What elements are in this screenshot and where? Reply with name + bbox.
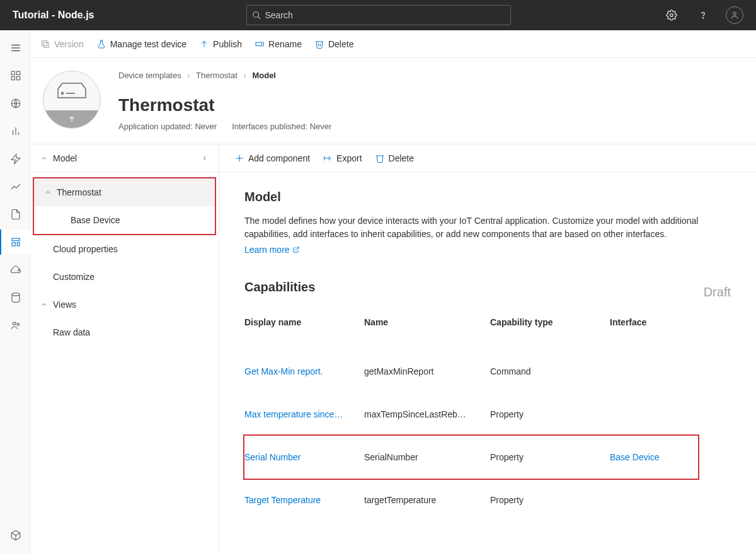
capability-interface[interactable] xyxy=(610,409,698,419)
learn-more-link[interactable]: Learn more xyxy=(244,245,300,255)
capability-type: Property xyxy=(490,495,610,505)
bar-chart-icon xyxy=(10,125,21,137)
table-row-highlighted[interactable]: Serial Number SerialNumber Property Base… xyxy=(244,436,698,479)
tree-cloud-properties-label: Cloud properties xyxy=(53,244,118,254)
capability-display-link[interactable]: Get Max-Min report. xyxy=(244,366,364,376)
svg-line-1 xyxy=(258,17,261,20)
sidebar-item-administration[interactable] xyxy=(0,285,30,310)
capability-type: Property xyxy=(490,452,610,462)
sidebar-item-data-export[interactable] xyxy=(0,257,30,282)
tree-item-cloud-properties[interactable]: Cloud properties xyxy=(30,235,219,263)
app-updated-status: Application updated: Never xyxy=(118,122,217,131)
sidebar-item-devices[interactable] xyxy=(0,91,30,116)
add-component-button[interactable]: Add component xyxy=(234,153,310,163)
sidebar-item-settings[interactable] xyxy=(0,523,30,548)
table-row[interactable]: Get Max-Min report. getMaxMinReport Comm… xyxy=(244,350,698,393)
search-placeholder: Search xyxy=(265,10,292,20)
tree-customize-label: Customize xyxy=(53,272,94,282)
col-capability-type: Capability type xyxy=(490,317,610,327)
sidebar-item-device-groups[interactable] xyxy=(0,119,30,144)
delete-model-button[interactable]: Delete xyxy=(375,153,414,163)
sidebar-item-users[interactable] xyxy=(0,313,30,338)
tree-header[interactable]: Model xyxy=(30,144,219,172)
svg-rect-24 xyxy=(42,40,47,45)
chevron-up-icon xyxy=(40,154,48,162)
avatar xyxy=(726,6,743,24)
tree-item-views[interactable]: Views xyxy=(30,291,219,318)
svg-point-21 xyxy=(13,322,16,325)
external-link-icon xyxy=(292,246,300,253)
database-icon xyxy=(10,292,21,303)
table-row[interactable]: Target Temperature targetTemperature Pro… xyxy=(244,479,698,521)
chevron-up-icon xyxy=(40,301,48,308)
publish-button[interactable]: Publish xyxy=(199,39,242,49)
version-button[interactable]: Version xyxy=(40,39,84,49)
page-header: Device templates › Thermostat › Model Th… xyxy=(30,58,756,144)
flask-icon xyxy=(96,39,106,49)
account-button[interactable] xyxy=(724,5,745,25)
tree-item-thermostat[interactable]: Thermostat xyxy=(34,178,215,206)
tree-item-raw-data[interactable]: Raw data xyxy=(30,318,219,346)
sidebar-item-templates[interactable] xyxy=(0,230,30,255)
upload-icon xyxy=(199,39,209,49)
capability-interface[interactable]: Base Device xyxy=(610,452,698,462)
status-badge: Draft xyxy=(704,285,731,300)
tree-raw-data-label: Raw data xyxy=(53,327,90,337)
capability-display-link[interactable]: Target Temperature xyxy=(244,495,364,505)
svg-point-22 xyxy=(16,323,19,326)
breadcrumb-thermostat[interactable]: Thermostat xyxy=(196,71,238,80)
export-button[interactable]: Export xyxy=(323,153,362,163)
users-icon xyxy=(10,320,21,331)
svg-rect-18 xyxy=(12,243,15,246)
tree-views-label: Views xyxy=(53,300,76,310)
sidebar-item-jobs[interactable] xyxy=(0,202,30,227)
svg-point-4 xyxy=(733,12,736,15)
rename-icon xyxy=(255,39,265,49)
capability-display-link[interactable]: Serial Number xyxy=(244,452,364,462)
trash-icon xyxy=(375,153,385,163)
lightning-icon xyxy=(10,153,21,165)
plus-icon xyxy=(234,153,244,163)
svg-rect-9 xyxy=(16,71,20,74)
tree-thermostat-label: Thermostat xyxy=(57,187,101,197)
search-icon xyxy=(252,11,261,20)
search-input[interactable]: Search xyxy=(246,5,511,25)
svg-rect-17 xyxy=(12,238,20,241)
cube-icon xyxy=(10,530,21,541)
dashboard-icon xyxy=(10,70,21,81)
content-pane: Add component Export Delete Model xyxy=(219,144,756,553)
rename-button[interactable]: Rename xyxy=(255,39,302,49)
delete-button[interactable]: Delete xyxy=(314,39,353,49)
help-button[interactable] xyxy=(693,5,713,25)
sidebar-item-rules[interactable] xyxy=(0,146,30,172)
page-title: Thermostat xyxy=(118,95,331,115)
capabilities-heading: Capabilities xyxy=(244,280,315,294)
capability-interface[interactable] xyxy=(610,495,698,505)
sidebar-item-analytics[interactable] xyxy=(0,174,30,199)
table-header: Display name Name Capability type Interf… xyxy=(244,317,698,327)
hamburger-button[interactable] xyxy=(0,35,30,61)
tree-item-customize[interactable]: Customize xyxy=(30,263,219,291)
command-bar: Version Manage test device Publish Renam… xyxy=(30,30,756,58)
capability-type: Property xyxy=(490,409,610,419)
svg-rect-19 xyxy=(17,243,20,246)
capability-interface[interactable] xyxy=(610,366,698,376)
hardware-icon xyxy=(56,81,88,100)
svg-rect-8 xyxy=(11,71,14,74)
tree-item-base-device[interactable]: Base Device xyxy=(34,206,215,234)
capability-name: SerialNumber xyxy=(364,452,490,462)
trash-icon xyxy=(314,39,324,49)
svg-point-20 xyxy=(12,293,20,296)
capability-type: Command xyxy=(490,366,610,376)
capability-display-link[interactable]: Max temperature since… xyxy=(244,409,364,419)
settings-button[interactable] xyxy=(662,5,682,25)
tree-base-device-label: Base Device xyxy=(71,215,120,225)
line-chart-icon xyxy=(10,181,21,192)
table-row[interactable]: Max temperature since… maxTempSinceLastR… xyxy=(244,393,698,436)
document-icon xyxy=(10,209,21,220)
sidebar-item-dashboard[interactable] xyxy=(0,63,30,88)
person-icon xyxy=(730,11,739,20)
breadcrumb-templates[interactable]: Device templates xyxy=(118,71,181,80)
chevron-left-icon[interactable] xyxy=(201,154,209,162)
manage-test-device-button[interactable]: Manage test device xyxy=(96,39,186,49)
